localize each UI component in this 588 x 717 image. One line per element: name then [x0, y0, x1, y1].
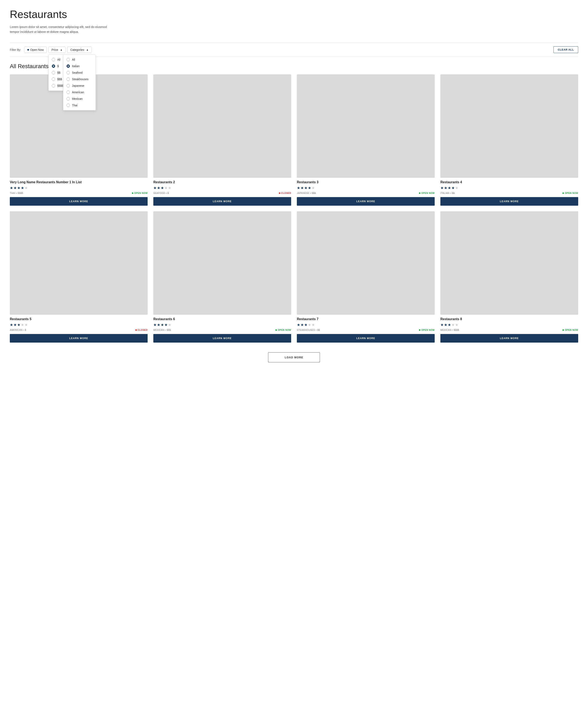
filled-star-icon: ★ — [300, 186, 304, 190]
star-rating: ★★★★★ — [10, 186, 148, 190]
card-meta: STEAKHOUSES • $$ OPEN NOW — [297, 329, 435, 331]
status-dot-icon — [132, 192, 133, 194]
learn-more-button[interactable]: LEARN MORE — [440, 197, 578, 206]
category-option[interactable]: Mexican — [63, 95, 96, 102]
card-meta: JAPANESE • $$$ OPEN NOW — [297, 192, 435, 194]
restaurant-name: Restaurants 2 — [153, 180, 291, 184]
categories-filter[interactable]: Categories ▲ — [67, 47, 92, 53]
restaurant-image — [10, 211, 148, 314]
load-more-container: LOAD MORE — [10, 352, 578, 362]
price-option-label: All — [57, 58, 60, 61]
card-meta: ITALIAN • $$ OPEN NOW — [440, 192, 578, 194]
category-option[interactable]: Japanese — [63, 83, 96, 89]
filter-label: Filter By: — [10, 48, 21, 51]
status-badge: CLOSED — [135, 329, 148, 331]
card-meta: THAI • $$$$ OPEN NOW — [10, 192, 148, 194]
filled-star-icon: ★ — [17, 186, 20, 190]
status-badge: OPEN NOW — [275, 329, 291, 331]
category-radio — [67, 104, 70, 107]
restaurant-type: ITALIAN • $$ — [440, 192, 455, 194]
categories-chevron-icon: ▲ — [86, 48, 89, 51]
restaurant-name: Restaurants 5 — [10, 317, 148, 321]
restaurant-name: Restaurants 6 — [153, 317, 291, 321]
status-badge: OPEN NOW — [563, 192, 578, 194]
status-badge: CLOSED — [279, 192, 291, 194]
star-rating: ★★★★★ — [153, 186, 291, 190]
filled-star-icon: ★ — [444, 323, 447, 327]
learn-more-button[interactable]: LEARN MORE — [153, 334, 291, 343]
clear-all-button[interactable]: CLEAR ALL — [553, 46, 578, 53]
category-radio — [67, 58, 70, 61]
restaurant-type: STEAKHOUSES • $$ — [297, 329, 320, 331]
categories-dropdown-container: Categories ▲ All Italian Seafood Steakho… — [67, 47, 92, 53]
status-dot-icon — [563, 329, 564, 331]
restaurant-card: Restaurants 3 ★★★★★ JAPANESE • $$$ OPEN … — [297, 74, 435, 206]
star-rating: ★★★★★ — [440, 186, 578, 190]
filled-star-icon: ★ — [164, 323, 168, 327]
category-radio — [67, 78, 70, 81]
filled-star-icon: ★ — [10, 186, 13, 190]
learn-more-button[interactable]: LEARN MORE — [297, 334, 435, 343]
restaurant-name: Restaurants 7 — [297, 317, 435, 321]
star-rating: ★★★★★ — [440, 323, 578, 327]
learn-more-button[interactable]: LEARN MORE — [153, 197, 291, 206]
price-option-label: $$ — [57, 71, 60, 74]
filled-star-icon: ★ — [153, 186, 156, 190]
load-more-button[interactable]: LOAD MORE — [268, 352, 320, 362]
category-option-label: Steakhouses — [72, 78, 88, 81]
filled-star-icon: ★ — [297, 186, 300, 190]
learn-more-button[interactable]: LEARN MORE — [10, 197, 148, 206]
category-option[interactable]: Seafood — [63, 69, 96, 76]
price-option-label: $$$$ — [57, 84, 63, 87]
learn-more-button[interactable]: LEARN MORE — [10, 334, 148, 343]
category-radio — [67, 84, 70, 87]
category-option[interactable]: Italian — [63, 63, 96, 69]
open-now-filter[interactable]: Open Now — [24, 47, 47, 53]
filled-star-icon: ★ — [10, 323, 13, 327]
filled-star-icon: ★ — [153, 323, 156, 327]
filled-star-icon: ★ — [448, 323, 451, 327]
category-option[interactable]: Thai — [63, 102, 96, 109]
restaurant-image — [153, 211, 291, 314]
status-badge: OPEN NOW — [563, 329, 578, 331]
restaurant-image — [153, 74, 291, 178]
restaurant-name: Restaurants 4 — [440, 180, 578, 184]
filter-bar: Filter By: Open Now Price ▲ All $ $$ $$$… — [10, 42, 578, 57]
open-now-label: Open Now — [30, 48, 44, 51]
card-meta: SEAFOOD • $ CLOSED — [153, 192, 291, 194]
restaurant-type: MEXICAN • $$$$ — [440, 329, 459, 331]
empty-star-icon: ★ — [164, 186, 168, 190]
star-rating: ★★★★★ — [297, 186, 435, 190]
category-option[interactable]: American — [63, 89, 96, 95]
empty-star-icon: ★ — [24, 186, 28, 190]
restaurant-card: Restaurants 6 ★★★★★ MEXICAN • $$$ OPEN N… — [153, 211, 291, 343]
card-meta: MEXICAN • $$$ OPEN NOW — [153, 329, 291, 331]
status-dot-icon — [279, 192, 280, 194]
status-dot-icon — [419, 329, 420, 331]
price-filter[interactable]: Price ▲ — [48, 47, 65, 53]
category-radio — [67, 64, 70, 68]
category-option[interactable]: Steakhouses — [63, 76, 96, 83]
filled-star-icon: ★ — [14, 323, 17, 327]
restaurant-image — [440, 74, 578, 178]
restaurant-grid: Very Long Name Restaurants Number 1 In L… — [10, 74, 578, 343]
restaurant-type: AMERICAN • $ — [10, 329, 26, 331]
empty-star-icon: ★ — [21, 323, 24, 327]
category-radio — [67, 71, 70, 74]
learn-more-button[interactable]: LEARN MORE — [297, 197, 435, 206]
filled-star-icon: ★ — [157, 323, 160, 327]
learn-more-button[interactable]: LEARN MORE — [440, 334, 578, 343]
category-option[interactable]: All — [63, 56, 96, 63]
price-chevron-icon: ▲ — [60, 48, 62, 51]
filled-star-icon: ★ — [444, 186, 447, 190]
restaurant-type: JAPANESE • $$$ — [297, 192, 316, 194]
empty-star-icon: ★ — [168, 186, 171, 190]
restaurant-type: THAI • $$$$ — [10, 192, 23, 194]
category-radio — [67, 97, 70, 101]
price-radio — [52, 71, 55, 74]
filled-star-icon: ★ — [440, 186, 444, 190]
category-option-label: Japanese — [72, 84, 84, 87]
category-option-label: Seafood — [72, 71, 83, 74]
filled-star-icon: ★ — [451, 186, 455, 190]
empty-star-icon: ★ — [24, 323, 28, 327]
